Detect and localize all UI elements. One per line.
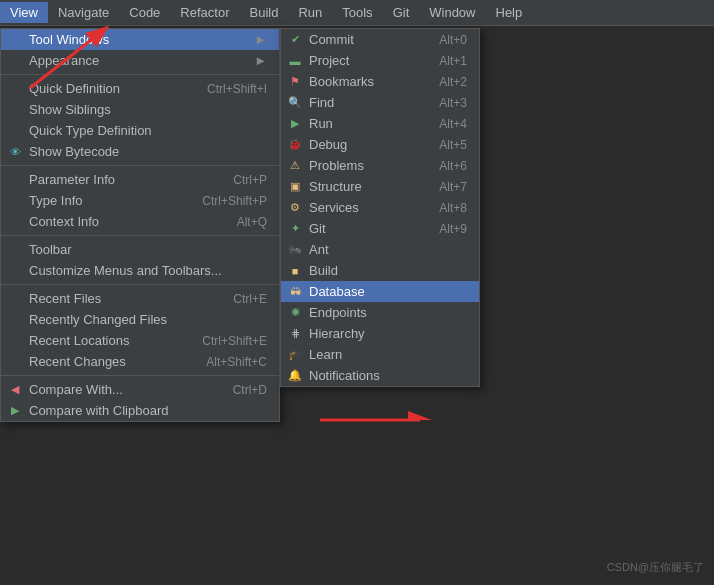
services-icon: ⚙ — [287, 200, 303, 216]
database-icon: 🕶 — [287, 284, 303, 300]
submenu-item-hierarchy[interactable]: ⋕ Hierarchy — [281, 323, 479, 344]
submenu-item-git[interactable]: ✦ Git Alt+9 — [281, 218, 479, 239]
submenu-item-commit[interactable]: ✔ Commit Alt+0 — [281, 29, 479, 50]
menubar-help[interactable]: Help — [486, 2, 533, 23]
submenu-item-services[interactable]: ⚙ Services Alt+8 — [281, 197, 479, 218]
menu-item-parameter-info[interactable]: Parameter Info Ctrl+P — [1, 169, 279, 190]
structure-icon: ▣ — [287, 179, 303, 195]
menubar-navigate[interactable]: Navigate — [48, 2, 119, 23]
build-icon: ■ — [287, 263, 303, 279]
divider-4 — [1, 284, 279, 285]
menu-item-compare-with[interactable]: ◀ Compare With... Ctrl+D — [1, 379, 279, 400]
submenu-item-build[interactable]: ■ Build — [281, 260, 479, 281]
menubar-code[interactable]: Code — [119, 2, 170, 23]
bookmarks-icon: ⚑ — [287, 74, 303, 90]
menubar-tools[interactable]: Tools — [332, 2, 382, 23]
hierarchy-icon: ⋕ — [287, 326, 303, 342]
compare-icon: ◀ — [7, 382, 23, 398]
menu-item-toolbar[interactable]: Toolbar — [1, 239, 279, 260]
menubar-build[interactable]: Build — [239, 2, 288, 23]
menu-item-type-info[interactable]: Type Info Ctrl+Shift+P — [1, 190, 279, 211]
endpoints-icon: ✺ — [287, 305, 303, 321]
menu-item-show-siblings[interactable]: Show Siblings — [1, 99, 279, 120]
divider-2 — [1, 165, 279, 166]
menubar-git[interactable]: Git — [383, 2, 420, 23]
submenu-item-ant[interactable]: 🐜 Ant — [281, 239, 479, 260]
menu-item-show-bytecode[interactable]: 👁 Show Bytecode — [1, 141, 279, 162]
menu-item-recent-changes[interactable]: Recent Changes Alt+Shift+C — [1, 351, 279, 372]
commit-icon: ✔ — [287, 32, 303, 48]
problems-icon: ⚠ — [287, 158, 303, 174]
submenu-item-structure[interactable]: ▣ Structure Alt+7 — [281, 176, 479, 197]
menu-item-context-info[interactable]: Context Info Alt+Q — [1, 211, 279, 232]
view-dropdown: Tool Windows ► Appearance ► Quick Defini… — [0, 28, 280, 422]
menubar-view[interactable]: View — [0, 2, 48, 23]
submenu-item-endpoints[interactable]: ✺ Endpoints — [281, 302, 479, 323]
notifications-icon: 🔔 — [287, 368, 303, 384]
watermark: CSDN@压你腿毛了 — [607, 560, 704, 575]
menubar: View Navigate Code Refactor Build Run To… — [0, 0, 714, 26]
menu-item-quick-definition[interactable]: Quick Definition Ctrl+Shift+I — [1, 78, 279, 99]
menu-item-customize-menus[interactable]: Customize Menus and Toolbars... — [1, 260, 279, 281]
submenu-item-debug[interactable]: 🐞 Debug Alt+5 — [281, 134, 479, 155]
menubar-refactor[interactable]: Refactor — [170, 2, 239, 23]
menu-item-appearance[interactable]: Appearance ► — [1, 50, 279, 71]
project-icon: ▬ — [287, 53, 303, 69]
learn-icon: 🎓 — [287, 347, 303, 363]
menubar-run[interactable]: Run — [288, 2, 332, 23]
submenu-item-database[interactable]: 🕶 Database — [281, 281, 479, 302]
tool-windows-submenu: ✔ Commit Alt+0 ▬ Project Alt+1 ⚑ Bookmar… — [280, 28, 480, 387]
menu-item-recent-locations[interactable]: Recent Locations Ctrl+Shift+E — [1, 330, 279, 351]
menu-item-recent-files[interactable]: Recent Files Ctrl+E — [1, 288, 279, 309]
eye-icon: 👁 — [7, 144, 23, 160]
debug-icon: 🐞 — [287, 137, 303, 153]
run-icon: ▶ — [287, 116, 303, 132]
submenu-item-notifications[interactable]: 🔔 Notifications — [281, 365, 479, 386]
submenu-item-run[interactable]: ▶ Run Alt+4 — [281, 113, 479, 134]
submenu-item-project[interactable]: ▬ Project Alt+1 — [281, 50, 479, 71]
menubar-window[interactable]: Window — [419, 2, 485, 23]
menu-item-compare-clipboard[interactable]: ▶ Compare with Clipboard — [1, 400, 279, 421]
submenu-item-learn[interactable]: 🎓 Learn — [281, 344, 479, 365]
compare2-icon: ▶ — [7, 403, 23, 419]
divider-1 — [1, 74, 279, 75]
divider-5 — [1, 375, 279, 376]
menu-item-quick-type-definition[interactable]: Quick Type Definition — [1, 120, 279, 141]
submenu-item-problems[interactable]: ⚠ Problems Alt+6 — [281, 155, 479, 176]
ant-icon: 🐜 — [287, 242, 303, 258]
divider-3 — [1, 235, 279, 236]
git-icon: ✦ — [287, 221, 303, 237]
menu-item-tool-windows[interactable]: Tool Windows ► — [1, 29, 279, 50]
menu-item-recently-changed-files[interactable]: Recently Changed Files — [1, 309, 279, 330]
find-icon: 🔍 — [287, 95, 303, 111]
submenu-item-find[interactable]: 🔍 Find Alt+3 — [281, 92, 479, 113]
submenu-item-bookmarks[interactable]: ⚑ Bookmarks Alt+2 — [281, 71, 479, 92]
